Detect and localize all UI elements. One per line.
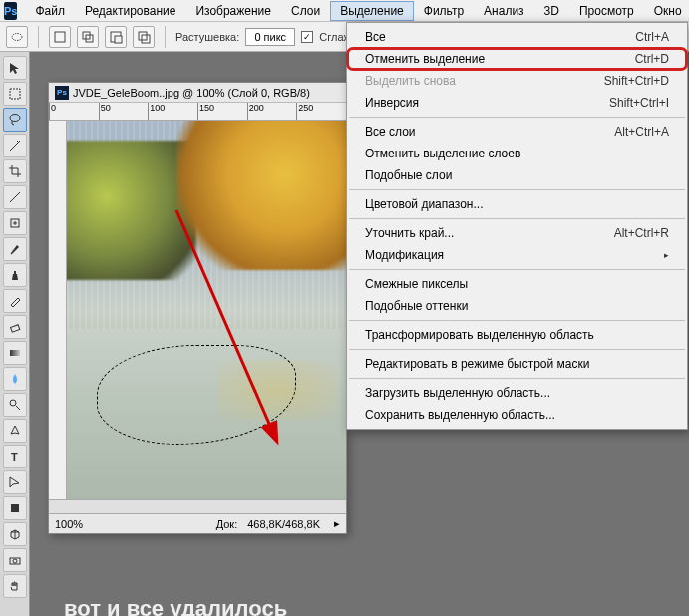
menu-item-фильтр[interactable]: Фильтр	[414, 1, 474, 21]
menu-item[interactable]: ИнверсияShift+Ctrl+I	[347, 92, 687, 114]
type-tool[interactable]: T	[3, 445, 27, 468]
shape-tool[interactable]	[3, 496, 27, 520]
menu-item-окно[interactable]: Окно	[644, 1, 689, 21]
svg-text:T: T	[11, 451, 18, 462]
clone-stamp-tool[interactable]	[3, 263, 27, 287]
feather-input[interactable]	[245, 28, 295, 46]
menu-item[interactable]: Загрузить выделенную область...	[347, 382, 687, 404]
menu-item[interactable]: Сохранить выделенную область...	[347, 404, 687, 426]
menu-item-label: Все	[365, 30, 635, 44]
ruler-horizontal[interactable]: 050100150200250	[49, 103, 346, 121]
history-brush-tool[interactable]	[3, 289, 27, 313]
path-tool[interactable]	[3, 470, 27, 494]
antialias-checkbox[interactable]: ✓	[301, 31, 313, 43]
document-title: JVDE_GeleBoom..jpg @ 100% (Слой 0, RGB/8…	[73, 87, 310, 99]
annotation-arrow	[167, 200, 306, 460]
menu-separator	[349, 378, 685, 379]
menu-item[interactable]: Уточнить край...Alt+Ctrl+R	[347, 222, 687, 244]
menu-item-shortcut: Shift+Ctrl+I	[609, 96, 669, 110]
eraser-tool[interactable]	[3, 315, 27, 339]
menu-item-выделение[interactable]: Выделение	[330, 1, 414, 21]
document-titlebar[interactable]: Ps JVDE_GeleBoom..jpg @ 100% (Слой 0, RG…	[49, 83, 346, 103]
menu-item-просмотр[interactable]: Просмотр	[569, 1, 644, 21]
selection-menu-dropdown: ВсеCtrl+AОтменить выделениеCtrl+DВыделит…	[346, 22, 688, 430]
lasso-tool[interactable]	[3, 108, 27, 132]
add-selection-button[interactable]	[77, 26, 99, 48]
chevron-right-icon[interactable]: ▸	[334, 517, 340, 530]
menu-item-shortcut: Alt+Ctrl+R	[614, 226, 669, 240]
ruler-tick: 200	[247, 103, 297, 120]
magic-wand-tool[interactable]	[3, 134, 27, 157]
ruler-tick: 0	[49, 103, 99, 120]
gradient-tool[interactable]	[3, 341, 27, 365]
svg-point-0	[12, 33, 22, 40]
menu-bar: Ps ФайлРедактированиеИзображениеСлоиВыде…	[0, 0, 689, 22]
menu-item[interactable]: Отменить выделениеCtrl+D	[347, 48, 687, 70]
ruler-tick: 100	[148, 103, 197, 120]
tool-preset-button[interactable]	[6, 26, 28, 48]
menu-item[interactable]: ВсеCtrl+A	[347, 26, 687, 48]
brush-tool[interactable]	[3, 237, 27, 261]
svg-rect-1	[55, 32, 65, 42]
hand-tool[interactable]	[3, 574, 27, 598]
menu-item[interactable]: Подобные слои	[347, 164, 687, 186]
menu-item-label: Подобные оттенки	[365, 299, 669, 313]
menu-separator	[349, 189, 685, 190]
menu-item[interactable]: Редактировать в режиме быстрой маски	[347, 353, 687, 375]
menu-item-изображение[interactable]: Изображение	[185, 1, 281, 21]
feather-label: Растушевка:	[175, 31, 239, 43]
docsize-value: 468,8K/468,8K	[247, 518, 320, 530]
status-bar: 100% Док: 468,8K/468,8K ▸	[49, 513, 346, 533]
menu-item-3d[interactable]: 3D	[534, 1, 569, 21]
canvas[interactable]	[67, 121, 346, 499]
3d-tool[interactable]	[3, 522, 27, 546]
docsize-label: Док:	[216, 518, 238, 530]
menu-item[interactable]: Смежные пикселы	[347, 273, 687, 295]
menu-item-файл[interactable]: Файл	[25, 1, 75, 21]
menu-item-label: Загрузить выделенную область...	[365, 386, 669, 400]
annotation-caption: вот и все удалилось	[64, 596, 287, 616]
menu-item[interactable]: Модификация	[347, 244, 687, 266]
subtract-selection-button[interactable]	[105, 26, 127, 48]
menu-separator	[349, 349, 685, 350]
healing-brush-tool[interactable]	[3, 211, 27, 235]
ruler-tick: 50	[99, 103, 149, 120]
menu-item[interactable]: Отменить выделение слоев	[347, 143, 687, 164]
menu-item[interactable]: Цветовой диапазон...	[347, 193, 687, 215]
dodge-tool[interactable]	[3, 393, 27, 417]
separator	[165, 26, 166, 48]
pen-tool[interactable]	[3, 419, 27, 443]
menu-item-редактирование[interactable]: Редактирование	[75, 1, 185, 21]
svg-point-13	[10, 400, 16, 406]
camera-tool[interactable]	[3, 548, 27, 572]
photoshop-mini-icon: Ps	[55, 86, 69, 100]
eyedropper-tool[interactable]	[3, 185, 27, 209]
svg-point-9	[10, 115, 20, 122]
menu-item[interactable]: Трансформировать выделенную область	[347, 324, 687, 346]
menu-item-анализ[interactable]: Анализ	[474, 1, 534, 21]
menu-item: Выделить сноваShift+Ctrl+D	[347, 70, 687, 92]
menu-item[interactable]: Все слоиAlt+Ctrl+A	[347, 121, 687, 143]
menu-item-shortcut: Shift+Ctrl+D	[604, 74, 669, 88]
menu-item-label: Уточнить край...	[365, 226, 614, 240]
menu-item-label: Все слои	[365, 125, 614, 139]
scrollbar-horizontal[interactable]	[49, 499, 346, 513]
menu-item-label: Инверсия	[365, 96, 609, 110]
move-tool[interactable]	[3, 56, 27, 80]
menu-item[interactable]: Подобные оттенки	[347, 295, 687, 317]
menu-item-label: Отменить выделение	[365, 52, 635, 66]
marquee-tool[interactable]	[3, 82, 27, 106]
menu-item-label: Трансформировать выделенную область	[365, 328, 669, 342]
new-selection-button[interactable]	[49, 26, 71, 48]
svg-rect-6	[139, 32, 147, 40]
svg-point-17	[13, 559, 17, 563]
crop-tool[interactable]	[3, 159, 27, 183]
menu-item-слои[interactable]: Слои	[281, 1, 330, 21]
menu-item-label: Отменить выделение слоев	[365, 147, 669, 160]
ruler-vertical[interactable]	[49, 121, 67, 499]
zoom-level[interactable]: 100%	[55, 518, 83, 530]
toolbox: T	[0, 52, 30, 616]
intersect-selection-button[interactable]	[133, 26, 155, 48]
blur-tool[interactable]	[3, 367, 27, 391]
menu-item-label: Цветовой диапазон...	[365, 197, 669, 211]
